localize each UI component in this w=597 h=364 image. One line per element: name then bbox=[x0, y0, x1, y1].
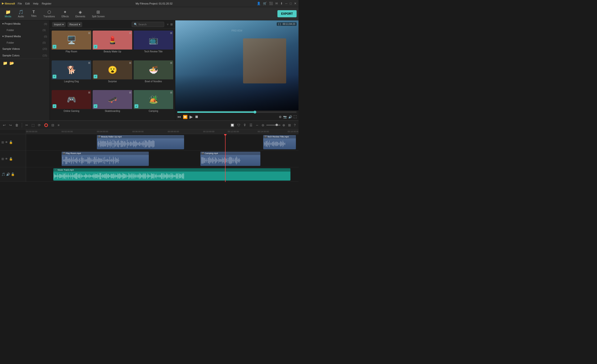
new-folder-icon[interactable]: 📁 bbox=[3, 61, 8, 65]
timeline-toolbar: ↩ ↪ 🗑 ✂ ⬚ ⟳ ⭕ ⊟ ≡ 🔲 🛡 🎙 ☰ ↔ ⊖ ⊕ ⊞ ? bbox=[0, 121, 298, 129]
track1-eye-icon[interactable]: 👁 bbox=[5, 157, 8, 161]
clip-playroom-label: Play Room.mp4 bbox=[66, 152, 81, 155]
tab-transitions[interactable]: ⬡ Transitions bbox=[40, 8, 58, 19]
menu-register[interactable]: Register bbox=[42, 2, 51, 5]
filter-icon[interactable]: ▿ bbox=[167, 23, 168, 26]
stop-btn[interactable]: ⏹ bbox=[195, 115, 198, 119]
play-slow-btn[interactable]: ⏩ bbox=[183, 115, 188, 119]
clip-music-track[interactable]: 🎵 Music Track.mp3 bbox=[53, 168, 291, 181]
audio1-lock-icon[interactable]: 🔓 bbox=[11, 173, 15, 176]
import-button[interactable]: Import ▾ bbox=[52, 22, 66, 27]
sidebar-item-shared-folder[interactable]: Folder (0) bbox=[0, 40, 49, 46]
preview-settings-icon[interactable]: ⚙ bbox=[279, 115, 282, 119]
media-label-'+i+': Tech Review Title bbox=[134, 49, 173, 54]
menu-edit[interactable]: Edit bbox=[25, 2, 30, 5]
sidebar-section-project-media[interactable]: ▾ Project Media (9) bbox=[0, 20, 49, 27]
media-item-play-room[interactable]: 🖥️ ✓ ⊞ Play Room bbox=[52, 31, 91, 59]
tab-elements[interactable]: ◈ Elements bbox=[72, 8, 88, 19]
tl-plus-icon[interactable]: ⊕ bbox=[282, 123, 286, 127]
download-icon[interactable]: ⬇ bbox=[280, 2, 283, 5]
tab-media[interactable]: 📁 Media bbox=[2, 8, 14, 19]
track2-lock-icon[interactable]: 🔓 bbox=[9, 141, 13, 144]
clip-tech-review[interactable]: 🎬 Tech Review Title.mp4 bbox=[263, 135, 296, 149]
track1-add-icon[interactable]: ⊞ bbox=[1, 157, 4, 161]
skip-back-btn[interactable]: ⏮ bbox=[177, 115, 181, 119]
clip-playroom[interactable]: 🎬 Play Room.mp4 bbox=[62, 152, 149, 166]
menu-file[interactable]: File bbox=[18, 2, 22, 5]
sidebar-item-sample-colors[interactable]: Sample Colors (15) bbox=[0, 52, 49, 59]
cart-icon[interactable]: 🛒 bbox=[263, 2, 267, 5]
media-item-beauty-make-up[interactable]: 💄 ✓ ⊞ Beauty Make Up bbox=[93, 31, 132, 59]
tab-audio[interactable]: 🎵 Audio bbox=[15, 8, 27, 19]
media-label-'+i+': Laughing Dog bbox=[52, 79, 91, 83]
clip-beauty-makeup[interactable]: 🎬 Beauty Make Up.mp4 bbox=[97, 135, 184, 149]
user-icon[interactable]: 👤 bbox=[257, 2, 261, 5]
play-btn[interactable]: ▶ bbox=[189, 114, 193, 119]
fullscreen-icon[interactable]: ⛶ bbox=[293, 115, 297, 119]
audio1-vol-icon[interactable]: 🔊 bbox=[6, 173, 10, 176]
tl-move-icon[interactable]: ↔ bbox=[254, 123, 260, 127]
main-content: ▾ Project Media (9) Folder (9) ▾ Shared … bbox=[0, 20, 298, 120]
media-label-'+i+': Online Gaming bbox=[52, 109, 91, 113]
audio1-note-icon[interactable]: 🎵 bbox=[1, 173, 5, 176]
export-button[interactable]: EXPORT bbox=[277, 10, 297, 17]
track2-add-icon[interactable]: ⊞ bbox=[1, 141, 4, 144]
tab-titles[interactable]: T Titles bbox=[28, 9, 39, 18]
sidebar-section-shared-media[interactable]: ▾ Shared Media (0) bbox=[0, 33, 49, 40]
tl-settings-icon[interactable]: ☰ bbox=[249, 123, 253, 127]
media-item-tech-review-title[interactable]: 📺 ⊞ Tech Review Title bbox=[134, 31, 173, 59]
undo-btn[interactable]: ↩ bbox=[2, 123, 7, 127]
tl-grid-icon[interactable]: ⊞ bbox=[287, 123, 292, 127]
detach-btn[interactable]: ⊟ bbox=[50, 123, 55, 127]
bracket-left[interactable]: { bbox=[278, 23, 279, 25]
menu-help[interactable]: Help bbox=[33, 2, 39, 5]
media-item-online-gaming[interactable]: 🎮 ✓ ⊞ Online Gaming bbox=[52, 90, 91, 119]
minimize-btn[interactable]: ─ bbox=[285, 2, 287, 5]
preview-bracket-controls: { } 00:11:04:23 bbox=[277, 22, 297, 26]
sample-colors-label: Sample Colors bbox=[2, 54, 19, 57]
maximize-btn[interactable]: □ bbox=[290, 2, 292, 5]
timeline-right-controls: 🔲 🛡 🎙 ☰ ↔ ⊖ ⊕ ⊞ ? bbox=[229, 123, 297, 127]
mic-icon[interactable]: 🎙 bbox=[242, 123, 248, 127]
crop-btn[interactable]: ⬚ bbox=[31, 123, 36, 127]
tl-minus-icon[interactable]: ⊖ bbox=[261, 123, 265, 127]
close-btn[interactable]: ✕ bbox=[294, 2, 297, 5]
search-input[interactable] bbox=[138, 23, 162, 26]
media-item-laughing-dog[interactable]: 🐕 ✓ ⊞ Laughing Dog bbox=[52, 60, 91, 89]
cut-btn[interactable]: ✂ bbox=[24, 123, 29, 127]
snap-icon[interactable]: 🔲 bbox=[229, 123, 235, 127]
delete-btn[interactable]: 🗑 bbox=[14, 123, 19, 127]
media-item-surprise[interactable]: 😮 ✓ ⊞ Surprise bbox=[93, 60, 132, 89]
settings-btn[interactable]: ≡ bbox=[57, 123, 60, 127]
record-button[interactable]: Record ▾ bbox=[68, 22, 82, 27]
grid-view-icon[interactable]: ⊞ bbox=[170, 23, 173, 26]
volume-icon[interactable]: 🔊 bbox=[288, 115, 292, 119]
shield-icon[interactable]: 🛡 bbox=[236, 123, 241, 127]
tab-effects[interactable]: ✦ Effects bbox=[59, 8, 71, 19]
layout-icon[interactable]: ⬛ bbox=[269, 2, 273, 5]
sidebar-item-project-folder[interactable]: Folder (9) bbox=[0, 27, 49, 33]
media-item-camping[interactable]: 🏕️ ✓ ⊞ Camping bbox=[134, 90, 173, 119]
zoom-slider[interactable] bbox=[266, 125, 281, 126]
rotate-btn[interactable]: ⟳ bbox=[37, 123, 42, 127]
tl-help-icon[interactable]: ? bbox=[293, 123, 297, 127]
playhead[interactable] bbox=[225, 134, 226, 182]
shared-media-label: ▾ Shared Media bbox=[2, 35, 21, 38]
clip-camping[interactable]: 🎬 Camping.mp4 bbox=[200, 152, 260, 166]
clip-camping-header: 🎬 Camping.mp4 bbox=[200, 152, 260, 155]
preview-scrubber[interactable] bbox=[177, 111, 297, 113]
import-folder-icon[interactable]: 📂 bbox=[9, 61, 14, 65]
bracket-right[interactable]: } bbox=[280, 23, 281, 25]
track1-lock-icon[interactable]: 🔓 bbox=[9, 157, 13, 161]
scrubber-handle[interactable] bbox=[253, 111, 256, 113]
mail-icon[interactable]: ✉ bbox=[275, 2, 278, 5]
sidebar-item-sample-videos[interactable]: Sample Videos (20) bbox=[0, 46, 49, 52]
media-item-bowl-of-noodles[interactable]: 🍜 ⊞ Bowl of Noodles bbox=[134, 60, 173, 89]
redo-btn[interactable]: ↪ bbox=[8, 123, 13, 127]
transitions-icon: ⬡ bbox=[47, 9, 51, 15]
circle-btn[interactable]: ⭕ bbox=[43, 123, 49, 127]
tab-split-screen[interactable]: ⊞ Split Screen bbox=[89, 8, 108, 19]
track2-eye-icon[interactable]: 👁 bbox=[5, 141, 8, 144]
media-item-skateboarding[interactable]: 🛹 ✓ ⊞ Skateboarding bbox=[93, 90, 132, 119]
snapshot-icon[interactable]: 📷 bbox=[283, 115, 287, 119]
